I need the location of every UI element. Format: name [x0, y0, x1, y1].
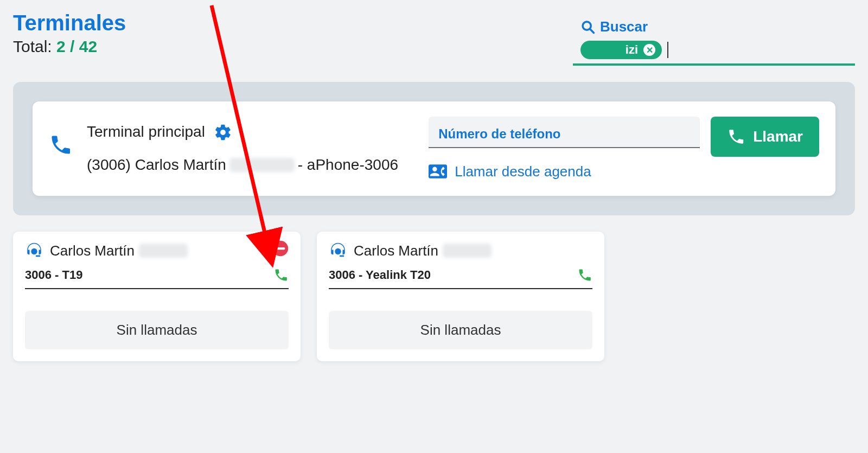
- redacted-text: [443, 244, 492, 258]
- page-title: Terminales: [13, 11, 126, 35]
- card-header: Carlos Martín: [25, 241, 289, 260]
- main-panel: Terminal principal (3006) Carlos Martín …: [13, 82, 855, 215]
- agenda-link-text: Llamar desde agenda: [455, 163, 591, 180]
- phone-number-input[interactable]: Número de teléfono: [429, 117, 700, 148]
- count-shown: 2: [56, 37, 66, 55]
- card-extension: 3006 - Yealink T20: [329, 268, 431, 282]
- search-filter-chip[interactable]: izi ✕: [580, 41, 662, 59]
- dnd-badge[interactable]: [271, 239, 290, 260]
- phone-input-wrap: Número de teléfono Llamar desde agenda: [429, 117, 700, 181]
- count-total: 42: [79, 37, 97, 55]
- do-not-disturb-icon: [271, 239, 290, 258]
- call-button[interactable]: Llamar: [711, 117, 819, 157]
- phone-icon[interactable]: [273, 267, 289, 283]
- redacted-text: [139, 244, 188, 258]
- main-terminal-card: Terminal principal (3006) Carlos Martín …: [33, 101, 835, 196]
- card-extension-row: 3006 - Yealink T20: [329, 267, 592, 289]
- phone-input-label: Número de teléfono: [438, 126, 560, 141]
- svg-point-6: [335, 248, 341, 254]
- card-name-text: Carlos Martín: [50, 243, 135, 259]
- annotation-arrow: [0, 0, 868, 453]
- subtitle-suffix: - aPhone-3006: [298, 153, 398, 177]
- subtitle-prefix: (3006) Carlos Martín: [87, 153, 226, 177]
- close-icon[interactable]: ✕: [643, 44, 655, 56]
- search-panel: Buscar izi ✕: [573, 11, 855, 66]
- search-chip-row: izi ✕: [580, 41, 847, 59]
- no-calls-banner: Sin llamadas: [25, 311, 289, 349]
- agent-headset-icon: [329, 241, 347, 260]
- call-from-agenda-link[interactable]: Llamar desde agenda: [429, 162, 700, 181]
- main-terminal-subtitle: (3006) Carlos Martín - aPhone-3006: [87, 153, 398, 177]
- contact-phone-icon: [429, 162, 447, 181]
- card-name: Carlos Martín: [354, 243, 492, 259]
- terminal-cards: Carlos Martín 3006 - T19 Sin llamadas Ca…: [13, 232, 855, 361]
- gear-icon[interactable]: [214, 123, 232, 142]
- page-root: Terminales Total: 2 / 42 Buscar izi ✕: [0, 0, 868, 372]
- no-calls-banner: Sin llamadas: [329, 311, 592, 349]
- main-terminal-left: Terminal principal (3006) Carlos Martín …: [49, 120, 416, 177]
- redacted-text: [229, 158, 295, 172]
- card-name: Carlos Martín: [50, 243, 188, 259]
- svg-rect-5: [276, 247, 285, 250]
- terminal-card[interactable]: Carlos Martín 3006 - Yealink T20 Sin lla…: [317, 232, 604, 361]
- search-label-text: Buscar: [600, 18, 648, 35]
- chip-text: izi: [626, 43, 638, 57]
- card-header: Carlos Martín: [329, 241, 592, 260]
- call-button-label: Llamar: [753, 128, 803, 145]
- svg-rect-7: [340, 256, 344, 257]
- search-icon: [580, 20, 596, 35]
- main-terminal-title: Terminal principal: [87, 120, 205, 144]
- phone-icon: [727, 127, 745, 146]
- title-block: Terminales Total: 2 / 42: [13, 11, 126, 56]
- main-terminal-lines: Terminal principal (3006) Carlos Martín …: [87, 120, 398, 177]
- card-extension-row: 3006 - T19: [25, 267, 289, 289]
- main-terminal-title-row: Terminal principal: [87, 120, 398, 144]
- svg-line-1: [590, 29, 594, 33]
- total-label: Total:: [13, 37, 52, 55]
- phone-icon[interactable]: [577, 267, 592, 283]
- search-input-caret[interactable]: [667, 42, 668, 58]
- terminal-card[interactable]: Carlos Martín 3006 - T19 Sin llamadas: [13, 232, 301, 361]
- page-header: Terminales Total: 2 / 42 Buscar izi ✕: [13, 11, 855, 66]
- card-extension: 3006 - T19: [25, 268, 82, 282]
- total-line: Total: 2 / 42: [13, 37, 126, 56]
- search-label[interactable]: Buscar: [580, 18, 847, 35]
- svg-point-2: [31, 248, 37, 254]
- card-name-text: Carlos Martín: [354, 243, 438, 259]
- main-terminal-right: Número de teléfono Llamar desde agenda L…: [429, 117, 819, 181]
- phone-icon: [49, 133, 73, 157]
- agent-headset-icon: [25, 241, 43, 260]
- svg-rect-3: [36, 256, 41, 257]
